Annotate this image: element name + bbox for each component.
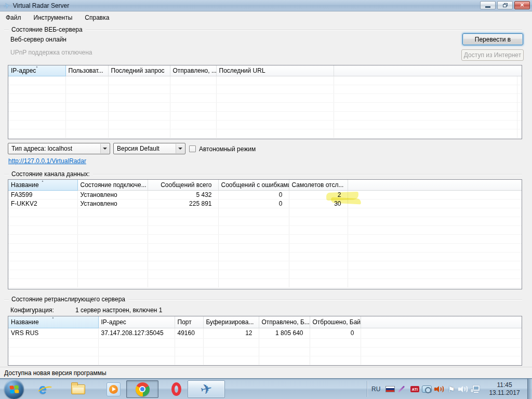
empty-row xyxy=(8,356,522,365)
windows-logo-icon xyxy=(9,385,19,393)
offline-mode-checkbox[interactable] xyxy=(189,145,196,152)
volume-tray-icon[interactable] xyxy=(458,385,468,393)
offline-mode-label[interactable]: Автономный режим xyxy=(199,145,256,153)
minimize-button[interactable] xyxy=(480,1,496,9)
empty-row xyxy=(8,94,522,102)
feed-row-fukkv2[interactable]: F-UKKV2 Установлено 225 891 0 30 xyxy=(8,199,522,208)
close-button[interactable]: ✕ xyxy=(514,1,530,9)
col-dropped-bytes[interactable]: Отброшено, Байт xyxy=(310,316,361,328)
col-aircraft-tracked[interactable]: Самолетов отсл... xyxy=(289,180,348,190)
configuration-value: 1 сервер настроен, включен 1 xyxy=(75,307,162,314)
window-titlebar[interactable]: ✈ Virtual Radar Server ✕ xyxy=(0,0,532,11)
taskbar-item-media-player[interactable] xyxy=(103,380,124,398)
taskbar-item-opera[interactable] xyxy=(165,380,187,398)
feed-name: FA3599 xyxy=(8,190,77,199)
col-sent-bytes[interactable]: Отправлено, Б... xyxy=(259,316,310,328)
col-filler xyxy=(361,316,522,328)
feed-errors: 0 xyxy=(218,190,289,199)
address-type-select[interactable]: Тип адреса: localhost xyxy=(8,143,110,154)
feed-messages: 225 891 xyxy=(148,199,218,208)
empty-row xyxy=(8,261,522,270)
internet-explorer-icon: e xyxy=(38,382,46,396)
empty-row xyxy=(8,270,522,278)
col-last-url[interactable]: Последний URL xyxy=(216,65,334,76)
empty-row xyxy=(8,129,522,138)
feed-messages: 5 432 xyxy=(148,190,218,199)
clock[interactable]: 11:45 13.11.2017 xyxy=(483,381,526,397)
feed-state: Установлено xyxy=(77,199,148,208)
web-server-group-label: Состояние ВЕБ-сервера xyxy=(11,26,83,33)
rebroadcast-header-row[interactable]: Название IP-адрес Порт Буферизирова... О… xyxy=(8,316,522,328)
empty-row xyxy=(8,243,522,252)
col-ip-address[interactable]: IP-адрес xyxy=(8,65,65,76)
status-bar: Доступна новая версия программы xyxy=(0,367,532,378)
show-desktop-button[interactable] xyxy=(527,379,532,399)
language-indicator[interactable]: RU xyxy=(371,385,380,393)
chevron-down-icon xyxy=(103,148,107,150)
col-sent[interactable]: Отправлено, ... xyxy=(170,65,216,76)
folder-icon xyxy=(71,384,85,394)
action-center-flag-icon[interactable]: ⚑ xyxy=(448,385,455,393)
feed-state: Установлено xyxy=(77,190,148,199)
opera-icon xyxy=(171,382,181,396)
connections-table[interactable]: IP-адрес Пользоват... Последний запрос О… xyxy=(8,65,522,139)
volume-orange-tray-icon[interactable] xyxy=(434,385,444,393)
minimize-icon xyxy=(485,6,490,8)
configuration-label: Конфигурация: xyxy=(10,307,54,314)
start-button[interactable] xyxy=(4,379,24,399)
feed-errors: 0 xyxy=(218,199,289,208)
taskbar: e ✈ RU ATI ⚑ xyxy=(0,378,532,399)
col-port[interactable]: Порт xyxy=(175,316,203,328)
col-connection-state[interactable]: Состояние подключе... xyxy=(77,180,148,190)
empty-row xyxy=(8,252,522,261)
taskbar-item-internet-explorer[interactable]: e xyxy=(32,380,53,398)
col-ip-address[interactable]: IP-адрес xyxy=(98,316,175,328)
feeds-table[interactable]: Название Состояние подключе... Сообщений… xyxy=(8,179,522,289)
col-filler xyxy=(334,65,522,76)
camera-tray-icon[interactable] xyxy=(422,385,432,393)
col-name[interactable]: Название xyxy=(8,316,98,328)
connections-header-row[interactable]: IP-адрес Пользоват... Последний запрос О… xyxy=(8,65,522,76)
feed-row-fa3599[interactable]: FA3599 Установлено 5 432 0 2 xyxy=(8,190,522,199)
menu-help[interactable]: Справка xyxy=(80,11,114,23)
empty-row xyxy=(8,225,522,234)
menu-tools[interactable]: Инструменты xyxy=(29,11,77,23)
rebroadcast-table[interactable]: Название IP-адрес Порт Буферизирова... О… xyxy=(8,316,522,366)
status-bar-text: Доступна новая версия программы xyxy=(4,369,107,377)
server-url-link[interactable]: http://127.0.0.1/VirtualRadar xyxy=(8,157,86,165)
empty-row xyxy=(8,347,522,356)
ati-tray-icon[interactable]: ATI xyxy=(410,386,419,392)
network-tray-icon[interactable] xyxy=(471,385,480,393)
russian-flag-icon[interactable] xyxy=(385,386,395,392)
web-server-group-header: Состояние ВЕБ-сервера xyxy=(4,26,522,33)
col-user[interactable]: Пользоват... xyxy=(65,65,108,76)
menu-file[interactable]: Файл xyxy=(1,11,26,23)
server-buffered: 12 xyxy=(203,328,259,338)
feeds-header-row[interactable]: Название Состояние подключе... Сообщений… xyxy=(8,180,522,190)
menu-bar: Файл Инструменты Справка xyxy=(0,11,532,23)
empty-row xyxy=(8,338,522,347)
dropdown-arrow-box xyxy=(100,144,109,153)
empty-row xyxy=(8,234,522,243)
col-buffered[interactable]: Буферизирова... xyxy=(203,316,259,328)
col-total-messages[interactable]: Сообщений всего xyxy=(148,180,218,190)
take-offline-button[interactable]: Перевести в xyxy=(462,33,523,45)
col-name[interactable]: Название xyxy=(8,180,77,190)
version-select[interactable]: Версия Default xyxy=(113,143,185,154)
window-controls: ✕ xyxy=(480,1,530,9)
col-filler xyxy=(348,180,522,190)
rebroadcast-row-vrsrus[interactable]: VRS RUS 37.147.208.127:35045 49160 12 1 … xyxy=(8,328,522,338)
server-sent: 1 805 640 xyxy=(259,328,310,338)
server-ip: 37.147.208.127:35045 xyxy=(98,328,175,338)
taskbar-item-virtual-radar[interactable]: ✈ xyxy=(188,380,225,398)
col-error-messages[interactable]: Сообщений с ошибками xyxy=(218,180,289,190)
pen-tray-icon[interactable] xyxy=(398,385,405,392)
empty-row xyxy=(8,85,522,94)
rebroadcast-group-label: Состояние ретранслирующего сервера xyxy=(11,296,125,303)
taskbar-item-chrome[interactable] xyxy=(126,380,158,398)
window-title: Virtual Radar Server xyxy=(13,2,70,9)
taskbar-item-explorer[interactable] xyxy=(68,380,88,398)
address-type-value: Тип адреса: localhost xyxy=(11,145,72,152)
restore-button[interactable] xyxy=(497,1,513,9)
col-last-request[interactable]: Последний запрос xyxy=(108,65,170,76)
